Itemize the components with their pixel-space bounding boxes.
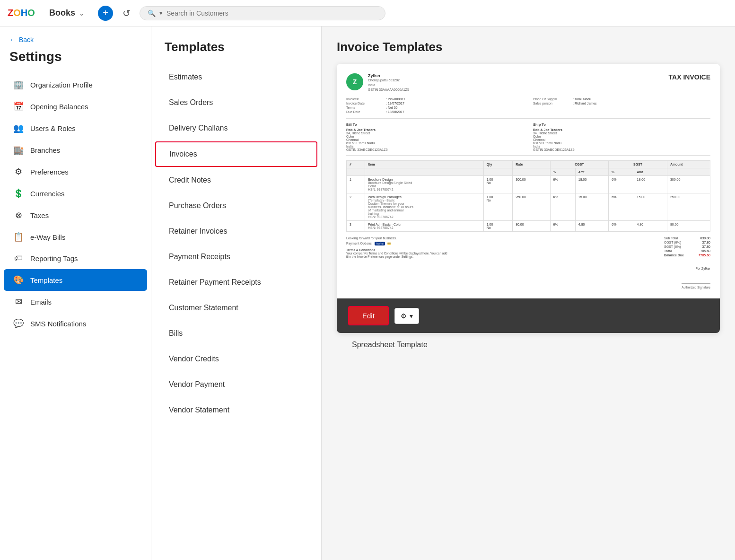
ship-to-label: Ship To: [533, 122, 710, 127]
sidebar-item-templates[interactable]: 🎨 Templates: [4, 269, 147, 291]
template-type-delivery-challans[interactable]: Delivery Challans: [155, 116, 317, 140]
row-qty: 1.00No: [483, 176, 512, 193]
row-sgst-pct: 6%: [609, 193, 634, 221]
sidebar-item-label: Reporting Tags: [30, 254, 78, 262]
sidebar-item-users-roles[interactable]: 👥 Users & Roles: [4, 117, 147, 139]
sidebar-item-label: Currencies: [30, 190, 65, 198]
total-row: Total 705.60: [664, 249, 710, 253]
preview-area: Z Zylker Chengalpattu 603202IndiaGSTIN 3…: [322, 64, 735, 366]
place-of-supply-label: Place Of Supply: [533, 97, 571, 101]
sidebar-item-opening-balances[interactable]: 📅 Opening Balances: [4, 96, 147, 117]
sms-notifications-icon: 💬: [13, 318, 24, 329]
main-layout: ← Back Settings 🏢 Organization Profile 📅…: [0, 26, 735, 560]
template-type-retainer-invoices[interactable]: Retainer Invoices: [155, 219, 317, 244]
col-sub-item: [365, 168, 483, 176]
subtotal-value: 630.00: [691, 236, 710, 240]
row-amount: 80.00: [667, 221, 710, 232]
invoice-footer-left: Looking forward for your business. Payme…: [346, 236, 664, 289]
middle-title: Templates: [165, 40, 308, 54]
template-type-vendor-payment[interactable]: Vendor Payment: [155, 372, 317, 397]
edit-button[interactable]: Edit: [348, 306, 389, 325]
back-link[interactable]: ← Back: [9, 36, 141, 44]
invoice-number-value: : INV-000011: [386, 97, 405, 101]
row-item: Web Design Packages(Template) - BasicCus…: [365, 193, 483, 221]
template-type-payment-receipts[interactable]: Payment Receipts: [155, 245, 317, 269]
row-num: 2: [347, 193, 365, 221]
invoice-number-label: Invoice#: [346, 97, 384, 101]
sgst-row: SGST (6%) 37.80: [664, 245, 710, 248]
sidebar-item-preferences[interactable]: ⚙ Preferences: [4, 161, 147, 183]
row-rate: 250.00: [513, 193, 550, 221]
sidebar-header: ← Back Settings: [0, 26, 151, 70]
sidebar-item-taxes[interactable]: ⊗ Taxes: [4, 204, 147, 226]
search-dropdown[interactable]: ▾: [159, 9, 163, 17]
template-type-vendor-statement[interactable]: Vendor Statement: [155, 398, 317, 422]
organization-profile-icon: 🏢: [13, 79, 24, 90]
sidebar-item-sms-notifications[interactable]: 💬 SMS Notifications: [4, 313, 147, 334]
search-input[interactable]: [166, 9, 377, 17]
sidebar-item-label: Branches: [30, 146, 60, 154]
payment-options-label: Payment Options: [346, 242, 372, 245]
bill-to-city: Chennai: [346, 138, 524, 141]
template-type-retainer-payment-receipts[interactable]: Retainer Payment Receipts: [155, 270, 317, 295]
sidebar-item-currencies[interactable]: 💲 Currencies: [4, 183, 147, 204]
paypal-icon: PayPal: [375, 242, 385, 245]
logo-area: ZOHO Books ⌄: [8, 7, 85, 20]
invoice-meta: Invoice# : INV-000011 Invoice Date : 19/…: [346, 97, 710, 114]
bill-to-pinstate: 631603 Tamil Nadu: [346, 141, 524, 145]
col-sub-rate: [513, 168, 550, 176]
sidebar-item-branches[interactable]: 🏬 Branches: [4, 139, 147, 161]
col-cgst-pct: %: [550, 168, 575, 176]
row-num: 3: [347, 221, 365, 232]
template-type-credit-notes[interactable]: Credit Notes: [155, 168, 317, 192]
company-address: Chengalpattu 603202IndiaGSTIN 33AAAAA000…: [368, 78, 409, 92]
sidebar-item-organization-profile[interactable]: 🏢 Organization Profile: [4, 74, 147, 96]
invoice-header: Z Zylker Chengalpattu 603202IndiaGSTIN 3…: [346, 73, 710, 92]
place-of-supply-value: : Tamil Nadu: [573, 97, 591, 101]
row-amount: 300.00: [667, 176, 710, 193]
col-sub-num: [347, 168, 365, 176]
row-rate: 80.00: [513, 221, 550, 232]
template-type-invoices[interactable]: Invoices: [155, 141, 317, 167]
sidebar-item-label: Taxes: [30, 211, 49, 219]
app-switcher-chevron[interactable]: ⌄: [79, 9, 85, 17]
template-type-estimates[interactable]: Estimates: [155, 65, 317, 89]
preview-actions-bar: Edit ⚙ ▾: [337, 298, 720, 333]
add-button[interactable]: +: [98, 6, 113, 21]
invoice-meta-right: Place Of Supply : Tamil Nadu Sales perso…: [533, 97, 710, 114]
back-label: Back: [19, 36, 34, 44]
payment-options: Payment Options PayPal 💳: [346, 242, 664, 245]
history-button[interactable]: ↺: [119, 6, 134, 21]
eway-bills-icon: 📋: [13, 232, 24, 242]
search-bar[interactable]: 🔍 ▾: [140, 6, 385, 20]
template-settings-button[interactable]: ⚙ ▾: [394, 308, 419, 324]
row-cgst-pct: 6%: [550, 193, 575, 221]
template-type-sales-orders[interactable]: Sales Orders: [155, 90, 317, 115]
sidebar-item-reporting-tags[interactable]: 🏷 Reporting Tags: [4, 248, 147, 269]
right-header: Invoice Templates: [322, 26, 735, 64]
right-panel: Invoice Templates Z Zylker Chengalpattu …: [322, 26, 735, 560]
template-type-bills[interactable]: Bills: [155, 321, 317, 346]
cgst-label: CGST (6%): [664, 241, 681, 244]
users-roles-icon: 👥: [13, 123, 24, 133]
spreadsheet-template-label: Spreadsheet Template: [337, 333, 720, 357]
invoice-meta-left: Invoice# : INV-000011 Invoice Date : 19/…: [346, 97, 524, 114]
bill-to-company: Rob & Joe Traders: [346, 128, 524, 131]
template-type-vendor-credits[interactable]: Vendor Credits: [155, 347, 317, 371]
back-arrow-icon: ←: [9, 36, 16, 44]
sidebar-item-eway-bills[interactable]: 📋 e-Way Bills: [4, 226, 147, 248]
sidebar-item-emails[interactable]: ✉ Emails: [4, 291, 147, 313]
template-type-customer-statement[interactable]: Customer Statement: [155, 296, 317, 320]
col-amount: Amount: [667, 161, 710, 168]
template-type-purchase-orders[interactable]: Purchase Orders: [155, 193, 317, 218]
emails-icon: ✉: [13, 297, 24, 307]
taxes-icon: ⊗: [13, 210, 24, 220]
ship-to-pinstate: 631603 Tamil Nadu: [533, 141, 710, 145]
sidebar-item-label: Preferences: [30, 168, 69, 176]
topbar: ZOHO Books ⌄ + ↺ 🔍 ▾: [0, 0, 735, 26]
col-cgst-amt: Amt: [575, 168, 608, 176]
invoice-due-date-label: Due Date: [346, 110, 384, 114]
bill-to-address: Bill To Rob & Joe Traders 34, Riche Stre…: [346, 122, 524, 151]
total-label: Total: [664, 249, 672, 253]
col-sub-qty: [483, 168, 512, 176]
